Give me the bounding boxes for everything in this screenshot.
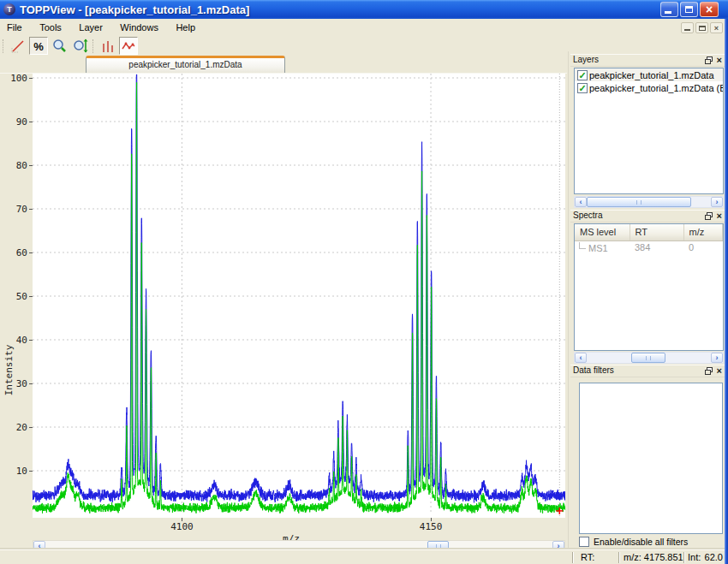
data-filters-panel-header: Data filters × (570, 365, 725, 377)
spectrum-svg (33, 74, 565, 518)
window-title: TOPPView - [peakpicker_tutorial_1.mzData… (20, 3, 249, 16)
spectrum-canvas[interactable] (33, 74, 565, 518)
float-panel-icon[interactable] (705, 212, 713, 220)
close-panel-icon[interactable]: × (717, 211, 722, 220)
menu-bar: File Tools Layer Windows Help × (0, 19, 728, 36)
statusbar-separator (572, 552, 574, 563)
float-panel-icon[interactable] (705, 56, 713, 64)
title-bar[interactable]: T TOPPView - [peakpicker_tutorial_1.mzDa… (0, 0, 728, 19)
tick-mark (29, 165, 33, 166)
spectra-table-container: MS level RT m/z MS1 384 0 (574, 223, 724, 351)
percentage-icon: % (31, 39, 46, 54)
draw-lines-button[interactable] (119, 37, 138, 55)
mdi-restore-icon (699, 26, 706, 31)
zoom-stack-button[interactable] (70, 37, 89, 55)
tick-mark (29, 383, 33, 384)
mdi-restore-button[interactable] (695, 22, 708, 33)
tick-label: 4150 (405, 521, 456, 532)
tick-mark (29, 427, 33, 428)
scroll-right-arrow-icon[interactable]: › (711, 353, 723, 363)
statusbar-separator (618, 552, 620, 563)
mdi-minimize-icon (684, 29, 690, 31)
enable-filters-checkbox[interactable]: ✓ (579, 537, 589, 547)
spectra-ms-level: MS1 (588, 243, 608, 253)
layers-horizontal-scrollbar[interactable]: ‹ › (574, 196, 724, 208)
tick-mark (29, 122, 33, 122)
column-header-ms-level[interactable]: MS level (575, 224, 630, 240)
mdi-close-button[interactable]: × (710, 22, 723, 33)
restore-icon (685, 6, 693, 13)
layer-item[interactable]: ✓ peakpicker_tutorial_1.mzData (Bas (575, 81, 723, 94)
tick-mark (29, 340, 33, 341)
spectra-table: MS level RT m/z MS1 384 0 (575, 224, 723, 254)
layer-checkbox[interactable]: ✓ (577, 70, 588, 80)
tree-branch-icon (579, 242, 586, 249)
mdi-minimize-button[interactable] (681, 22, 694, 33)
reset-zoom-icon (10, 39, 26, 54)
spectra-row[interactable]: MS1 384 0 (575, 240, 723, 254)
sidebar: Layers × ✓ peakpicker_tutorial_1.mzData … (570, 51, 725, 549)
menu-windows[interactable]: Windows (113, 19, 165, 36)
zoom-magnifier-button[interactable] (50, 37, 69, 55)
scroll-left-arrow-icon[interactable]: ‹ (575, 353, 587, 363)
layer-item[interactable]: ✓ peakpicker_tutorial_1.mzData (575, 68, 723, 81)
menu-tools[interactable]: Tools (33, 19, 69, 36)
layers-list: ✓ peakpicker_tutorial_1.mzData ✓ peakpic… (574, 68, 724, 194)
close-panel-icon[interactable]: × (717, 56, 722, 64)
draw-peaks-button[interactable] (98, 37, 117, 55)
spectra-rt: 384 (630, 240, 683, 254)
toolbar-handle[interactable] (92, 39, 94, 53)
peaks-chart-icon (100, 39, 116, 54)
spectra-panel-header: Spectra × (570, 210, 725, 223)
tick-label: 60 (2, 247, 27, 258)
layers-panel-title: Layers (573, 55, 599, 64)
sidebar-splitter[interactable] (568, 51, 569, 548)
close-panel-icon[interactable]: × (717, 366, 722, 375)
tick-mark (29, 78, 33, 79)
spectra-horizontal-scrollbar[interactable]: ‹ › (574, 352, 724, 364)
data-filters-list[interactable] (579, 383, 723, 534)
toolbar-handle[interactable] (3, 39, 4, 53)
tick-label: 70 (2, 204, 27, 215)
tick-mark (182, 518, 182, 521)
layers-panel-header: Layers × (570, 54, 725, 67)
spectrum-trace (33, 74, 565, 502)
spectra-panel-title: Spectra (573, 211, 602, 220)
column-header-rt[interactable]: RT (630, 224, 683, 240)
layer-label: peakpicker_tutorial_1.mzData (589, 70, 714, 80)
column-header-mz[interactable]: m/z (683, 224, 723, 240)
scroll-left-arrow-icon[interactable]: ‹ (575, 197, 587, 207)
status-int-value: 62.0 (702, 552, 723, 562)
intensity-percentage-button[interactable]: % (29, 37, 48, 55)
tick-label: 4100 (156, 521, 207, 532)
tab-peakpicker-tutorial[interactable]: peakpicker_tutorial_1.mzData (86, 56, 285, 73)
tick-mark (29, 471, 33, 472)
app-window: T TOPPView - [peakpicker_tutorial_1.mzDa… (0, 0, 728, 564)
status-rt-label: RT: (581, 552, 594, 562)
app-icon[interactable]: T (3, 3, 15, 15)
enable-filters-label: Enable/disable all filters (594, 537, 688, 547)
window-right-border (725, 19, 728, 564)
tick-label: 100 (2, 73, 27, 84)
y-axis-label: Intensity (3, 336, 15, 405)
tick-label: 10 (2, 466, 27, 477)
minimize-button[interactable] (660, 2, 678, 17)
tick-label: 40 (2, 335, 27, 346)
restore-button[interactable] (680, 2, 698, 17)
svg-text:%: % (33, 40, 44, 53)
reset-zoom-button[interactable] (9, 37, 27, 55)
data-filters-panel-title: Data filters (573, 365, 614, 375)
spectrum-trace (33, 82, 565, 513)
magnifier-icon (51, 38, 68, 54)
layer-checkbox[interactable]: ✓ (577, 83, 588, 93)
menu-layer[interactable]: Layer (72, 19, 110, 36)
scroll-right-arrow-icon[interactable]: › (711, 197, 723, 207)
menu-file[interactable]: File (0, 19, 29, 36)
layers-scrollbar-thumb[interactable] (587, 197, 691, 207)
spectra-scrollbar-thumb[interactable] (631, 353, 665, 363)
menu-help[interactable]: Help (169, 19, 202, 36)
tick-label: 20 (2, 422, 27, 433)
close-button[interactable]: × (700, 2, 719, 17)
statusbar-separator (683, 552, 685, 563)
float-panel-icon[interactable] (705, 367, 713, 375)
